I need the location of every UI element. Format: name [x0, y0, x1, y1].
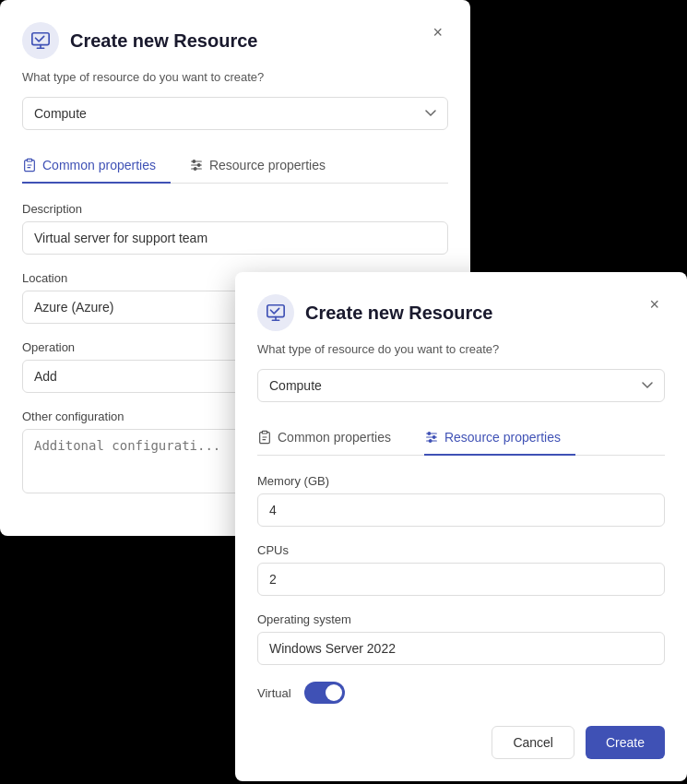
virtual-toggle-row: Virtual: [257, 682, 665, 704]
fg-tabs: Common properties Resource properties: [257, 421, 665, 456]
clipboard-icon-fg: [257, 430, 272, 445]
os-field-group: Operating system: [257, 612, 665, 665]
svg-rect-1: [27, 159, 31, 161]
fg-modal-header: Create new Resource ×: [257, 294, 665, 331]
cpus-label: CPUs: [257, 543, 665, 557]
virtual-toggle[interactable]: [304, 682, 345, 704]
svg-point-7: [194, 168, 196, 171]
modal-header: Create new Resource ×: [22, 22, 448, 59]
description-input[interactable]: [22, 221, 448, 255]
svg-point-14: [432, 436, 435, 439]
tab-resource-properties-fg[interactable]: Resource properties: [424, 421, 575, 456]
svg-rect-9: [262, 431, 267, 434]
svg-point-5: [193, 160, 195, 163]
tab-common-properties-fg[interactable]: Common properties: [257, 421, 406, 456]
bg-tabs: Common properties Resource properties: [22, 148, 448, 184]
clipboard-icon: [22, 158, 37, 172]
bg-resource-type-select[interactable]: Compute: [22, 97, 448, 130]
cpus-input[interactable]: [257, 563, 665, 596]
bg-close-button[interactable]: ×: [427, 22, 448, 42]
fg-modal-title: Create new Resource: [305, 303, 492, 324]
cpus-field-group: CPUs: [257, 543, 665, 596]
cancel-button[interactable]: Cancel: [492, 726, 574, 759]
foreground-modal: Create new Resource × What type of resou…: [235, 272, 687, 781]
tab-common-properties-bg[interactable]: Common properties: [22, 148, 171, 184]
fg-modal-icon: [257, 294, 294, 331]
fg-close-button[interactable]: ×: [644, 294, 665, 315]
tab-common-label-bg: Common properties: [42, 158, 156, 172]
description-field-group: Description: [22, 202, 448, 255]
bg-modal-subtitle: What type of resource do you want to cre…: [22, 70, 448, 84]
virtual-label: Virtual: [257, 686, 291, 700]
sliders-icon-bg: [189, 158, 204, 172]
tab-common-label-fg: Common properties: [278, 430, 391, 445]
tab-resource-label-fg: Resource properties: [444, 430, 561, 445]
os-input[interactable]: [257, 632, 665, 665]
create-button[interactable]: Create: [586, 726, 665, 759]
svg-point-6: [197, 164, 200, 167]
memory-input[interactable]: [257, 493, 665, 527]
svg-point-13: [428, 433, 431, 435]
memory-field-group: Memory (GB): [257, 474, 665, 527]
description-label: Description: [22, 202, 448, 216]
tab-resource-label-bg: Resource properties: [209, 158, 326, 172]
sliders-icon-fg: [424, 430, 439, 445]
os-label: Operating system: [257, 612, 665, 626]
fg-resource-type-select[interactable]: Compute: [257, 369, 665, 402]
toggle-slider: [304, 682, 345, 704]
fg-modal-subtitle: What type of resource do you want to cre…: [257, 342, 665, 356]
modal-footer: Cancel Create: [257, 726, 665, 759]
bg-modal-title: Create new Resource: [70, 30, 257, 52]
tab-resource-properties-bg[interactable]: Resource properties: [189, 148, 340, 184]
modal-icon: [22, 22, 59, 59]
svg-point-15: [429, 440, 432, 443]
memory-label: Memory (GB): [257, 474, 665, 488]
